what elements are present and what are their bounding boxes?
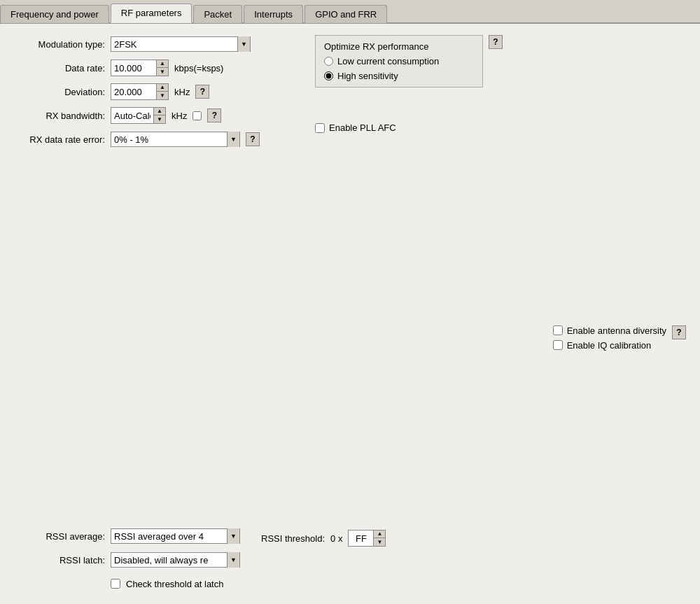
rssi-latch-select[interactable]: Disabled, will always re <box>111 553 227 567</box>
rssi-threshold-spinner-buttons: ▲ ▼ <box>373 531 385 546</box>
data-rate-spinner-buttons: ▲ ▼ <box>156 60 168 76</box>
check-threshold-checkbox[interactable] <box>111 579 120 589</box>
high-sensitivity-row: High sensitivity <box>324 71 474 81</box>
top-section: Modulation type: 2FSK 2GFSK 4FSK 4GFSK O… <box>14 35 686 148</box>
right-panel: Optimize RX performance Low current cons… <box>315 35 686 148</box>
middle-right: Enable antenna diversity Enable IQ calib… <box>553 325 686 351</box>
deviation-help-button[interactable]: ? <box>195 85 209 99</box>
enable-iq-calibration-row: Enable IQ calibration <box>553 340 666 351</box>
enable-iq-calibration-checkbox[interactable] <box>553 340 563 350</box>
rx-data-rate-error-label: RX data rate error: <box>14 134 105 145</box>
modulation-type-row: Modulation type: 2FSK 2GFSK 4FSK 4GFSK O… <box>14 35 294 53</box>
deviation-down-button[interactable]: ▼ <box>157 92 168 99</box>
deviation-input[interactable] <box>111 84 156 99</box>
tab-bar: Frequency and powerRF parametersPacketIn… <box>0 0 700 24</box>
low-current-radio[interactable] <box>324 57 333 66</box>
rx-data-rate-error-select[interactable]: 0% - 1% 0% - 0.5% 0% - 2% <box>111 132 227 146</box>
rssi-latch-row: RSSI latch: Disabled, will always re ▼ <box>14 551 240 569</box>
data-rate-label: Data rate: <box>14 63 105 73</box>
optimize-rx-title: Optimize RX performance <box>324 41 474 52</box>
rssi-left-panel: RSSI average: RSSI averaged over 4 RSSI … <box>14 527 240 593</box>
rssi-latch-dropdown-arrow[interactable]: ▼ <box>227 552 239 568</box>
rx-bandwidth-row: RX bandwidth: ▲ ▼ kHz ? <box>14 106 294 125</box>
main-content: Modulation type: 2FSK 2GFSK 4FSK 4GFSK O… <box>0 24 700 604</box>
tab-rf-params[interactable]: RF parameters <box>111 3 192 23</box>
modulation-dropdown-arrow[interactable]: ▼ <box>237 36 250 52</box>
rssi-average-label: RSSI average: <box>14 531 105 542</box>
check-threshold-label: Check threshold at latch <box>126 579 223 589</box>
rx-data-rate-error-help-button[interactable]: ? <box>246 132 260 146</box>
data-rate-unit: kbps(=ksps) <box>174 63 223 73</box>
rssi-threshold-up-button[interactable]: ▲ <box>374 531 385 538</box>
spacer2 <box>14 358 686 507</box>
rx-bw-spinner-buttons: ▲ ▼ <box>153 108 165 123</box>
bottom-section: RSSI average: RSSI averaged over 4 RSSI … <box>14 513 686 593</box>
rx-bw-down-button[interactable]: ▼ <box>154 115 165 123</box>
enable-iq-calibration-label: Enable IQ calibration <box>567 340 652 351</box>
optimize-rx-help-button[interactable]: ? <box>489 35 503 49</box>
left-panel: Modulation type: 2FSK 2GFSK 4FSK 4GFSK O… <box>14 35 294 148</box>
check-threshold-row: Check threshold at latch <box>111 575 240 593</box>
rx-bw-unit: kHz <box>172 111 187 121</box>
rx-bw-input[interactable] <box>111 108 153 123</box>
modulation-type-select[interactable]: 2FSK 2GFSK 4FSK 4GFSK OOK <box>111 37 237 51</box>
enable-pll-afc-checkbox[interactable] <box>315 123 325 133</box>
high-sensitivity-radio[interactable] <box>324 71 333 80</box>
modulation-type-select-container[interactable]: 2FSK 2GFSK 4FSK 4GFSK OOK ▼ <box>111 36 251 52</box>
enable-antenna-diversity-row: Enable antenna diversity <box>553 325 666 336</box>
rssi-latch-select-container[interactable]: Disabled, will always re ▼ <box>111 552 240 568</box>
data-rate-input[interactable] <box>111 60 156 76</box>
tab-freq-power[interactable]: Frequency and power <box>0 5 109 23</box>
middle-section: Enable antenna diversity Enable IQ calib… <box>14 311 686 351</box>
deviation-row: Deviation: ▲ ▼ kHz ? <box>14 83 294 101</box>
rx-data-rate-error-row: RX data rate error: 0% - 1% 0% - 0.5% 0%… <box>14 130 294 148</box>
low-current-row: Low current consumption <box>324 56 474 66</box>
rssi-threshold-section: RSSI threshold: 0 x ▲ ▼ <box>261 527 386 547</box>
antenna-section: Enable antenna diversity Enable IQ calib… <box>553 325 666 351</box>
data-rate-row: Data rate: ▲ ▼ kbps(=ksps) <box>14 59 294 77</box>
rssi-average-select[interactable]: RSSI averaged over 4 RSSI averaged over … <box>111 529 227 543</box>
rssi-average-select-container[interactable]: RSSI averaged over 4 RSSI averaged over … <box>111 528 240 544</box>
rssi-threshold-down-button[interactable]: ▼ <box>374 538 385 546</box>
deviation-unit: kHz <box>174 87 190 97</box>
rssi-average-row: RSSI average: RSSI averaged over 4 RSSI … <box>14 527 240 545</box>
rx-data-rate-error-dropdown-arrow[interactable]: ▼ <box>227 132 239 147</box>
enable-antenna-diversity-label: Enable antenna diversity <box>567 325 666 336</box>
tab-packet[interactable]: Packet <box>193 5 242 23</box>
antenna-help-button[interactable]: ? <box>672 325 686 339</box>
rssi-threshold-label: RSSI threshold: <box>261 533 325 544</box>
rx-bandwidth-label: RX bandwidth: <box>14 111 105 121</box>
rx-bw-spinner[interactable]: ▲ ▼ <box>111 107 166 124</box>
deviation-spinner[interactable]: ▲ ▼ <box>111 83 169 100</box>
spacer1 <box>14 155 686 304</box>
data-rate-up-button[interactable]: ▲ <box>157 60 168 68</box>
enable-antenna-diversity-checkbox[interactable] <box>553 325 563 335</box>
deviation-label: Deviation: <box>14 87 105 97</box>
low-current-label: Low current consumption <box>337 56 439 66</box>
rx-bw-up-button[interactable]: ▲ <box>154 108 165 115</box>
optimize-rx-box: Optimize RX performance Low current cons… <box>315 35 483 87</box>
modulation-type-label: Modulation type: <box>14 39 105 50</box>
rssi-average-dropdown-arrow[interactable]: ▼ <box>227 528 239 544</box>
rx-bw-help-button[interactable]: ? <box>207 108 221 122</box>
tab-interrupts[interactable]: Interrupts <box>244 5 303 23</box>
tab-gpio-frr[interactable]: GPIO and FRR <box>304 5 387 23</box>
optimize-rx-section: Optimize RX performance Low current cons… <box>315 35 686 87</box>
rx-bw-checkbox[interactable] <box>192 111 202 120</box>
deviation-up-button[interactable]: ▲ <box>157 84 168 92</box>
enable-pll-afc-label: Enable PLL AFC <box>329 122 396 133</box>
data-rate-spinner[interactable]: ▲ ▼ <box>111 59 169 76</box>
rssi-threshold-spinner[interactable]: ▲ ▼ <box>348 530 386 547</box>
rssi-threshold-input[interactable] <box>349 531 373 546</box>
rssi-hex-prefix: 0 x <box>330 533 342 544</box>
rx-data-rate-error-select-container[interactable]: 0% - 1% 0% - 0.5% 0% - 2% ▼ <box>111 132 240 147</box>
enable-pll-afc-row: Enable PLL AFC <box>315 122 686 133</box>
high-sensitivity-label: High sensitivity <box>337 71 398 81</box>
data-rate-down-button[interactable]: ▼ <box>157 68 168 76</box>
deviation-spinner-buttons: ▲ ▼ <box>156 84 168 99</box>
rssi-latch-label: RSSI latch: <box>14 555 105 566</box>
